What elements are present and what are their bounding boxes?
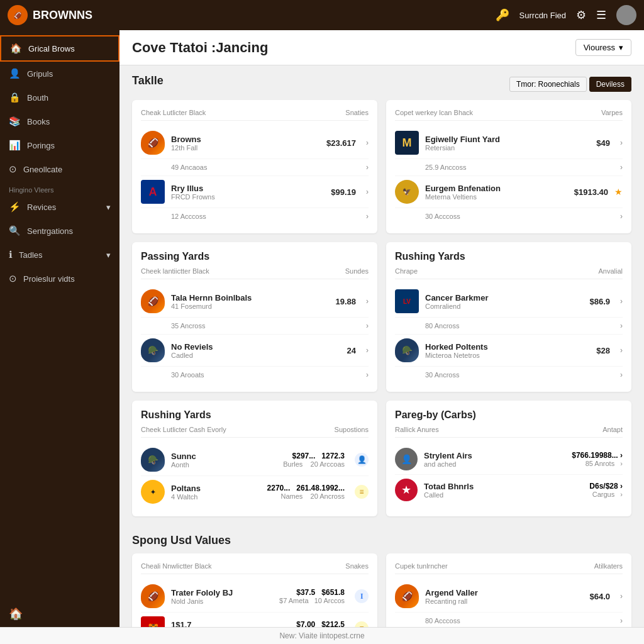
arrow-icon: › — [366, 346, 369, 355]
table-row: 12 Acccoss › — [141, 208, 369, 225]
avatar[interactable] — [616, 5, 636, 25]
key-icon[interactable]: 🔑 — [496, 8, 509, 22]
rushing-yards-right-card: Rushing Yards Chrape Anvalial LV Cancer … — [386, 242, 631, 392]
team-sub: 12th Fall — [171, 144, 320, 152]
table-row[interactable]: 🪖 Horked Poltents Micteroa Netetros $28 … — [395, 335, 623, 367]
table-row[interactable]: ✦ Poltans 4 Waltch 2270... 261.48.1992..… — [141, 476, 369, 508]
avatar: ★ — [395, 479, 418, 501]
menu-icon[interactable]: ☰ — [596, 8, 606, 22]
pareg-title: Pareg-by (Carbs) — [395, 409, 623, 421]
team-logo: 🪖 — [395, 338, 419, 362]
table-row[interactable]: 🏈 Tala Hernn Boinlbals 41 Fosemurd 19.88… — [141, 286, 369, 318]
arrow-icon: › — [620, 163, 623, 172]
passing-title: Passing Yards — [141, 251, 369, 262]
table-row[interactable]: M Egiwelly Fiunt Yard Retersian $49 › — [395, 127, 623, 159]
circle2-icon: ⊙ — [9, 273, 17, 284]
sidebar-item-sentrgations[interactable]: 🔍 Sentrgations — [0, 219, 119, 243]
bolt-icon: ⚡ — [9, 201, 21, 213]
search-icon: 🔍 — [9, 225, 21, 236]
tackle-cards: Cheak Lutlicter Black Snaties 🏈 Browns 1… — [132, 100, 631, 233]
sidebar-item-gripuls[interactable]: 👤 Gripuls — [0, 62, 119, 86]
arrow-icon: › — [366, 370, 369, 379]
team-logo: 🏈 — [395, 584, 419, 608]
sidebar-item-gridal-brows[interactable]: 🏠 Grical Brows — [0, 35, 119, 62]
arrow-icon: › — [620, 138, 623, 147]
sidebar-label: Books — [27, 117, 50, 126]
status-badge: ≡ — [355, 621, 369, 627]
row-value: $1913.40 — [574, 187, 608, 197]
sidebar-label: Gripuls — [27, 69, 53, 79]
arrow-icon: › — [620, 346, 623, 355]
table-row[interactable]: 🏈 Trater Fololy BJ Nold Janis $37.5 $651… — [141, 580, 369, 613]
rushing-left-header: Cheek Lutlicter Cash Evorly Supostions — [141, 426, 369, 438]
sidebar-label: Tadles — [19, 250, 43, 260]
sidebar-bottom-home[interactable]: 🏠 — [0, 601, 119, 627]
tackle-right-card: Copet werkey lcan Bhack Varpes M Egiwell… — [386, 100, 631, 233]
row-value: $99.19 — [331, 187, 356, 197]
circle-icon: ⊙ — [9, 164, 17, 175]
sidebar-item-proieslur-vidts[interactable]: ⊙ Proieslur vidts — [0, 267, 119, 291]
table-row[interactable]: 🪖 Sunnc Aonth $297... 1272.3 Burles 20 A… — [141, 444, 369, 476]
page-title: Cove Ttatoi :Jancing — [132, 40, 268, 56]
table-row[interactable]: LV Cancer Barkmer Comraliend $86.9 › — [395, 286, 623, 318]
sidebar-item-gneollcate[interactable]: ⊙ Gneollcate — [0, 157, 119, 181]
table-row[interactable]: ★ Totad Bhnrls Called D6s/$28 › Cargus › — [395, 475, 623, 505]
app-title: BROWNNS — [33, 9, 92, 22]
tab-tmor[interactable]: Tmor: Roonechials — [509, 77, 587, 92]
passing-yards-card: Passing Yards Cheek lantiictter Black Su… — [132, 242, 377, 392]
arrow-icon: › — [366, 297, 369, 306]
books-icon: 📚 — [9, 116, 21, 127]
sidebar-item-bouth[interactable]: 🔒 Bouth — [0, 86, 119, 109]
arrow-icon: › — [366, 321, 369, 330]
rushing-yards-left-card: Rushing Yards Cheek Lutlicter Cash Evorl… — [132, 401, 377, 516]
team-name: Browns — [171, 135, 320, 144]
sidebar-item-tadles[interactable]: ℹ Tadles — [0, 243, 119, 267]
team-logo: 🪖 — [141, 448, 165, 472]
settings-icon[interactable]: ⚙ — [576, 8, 586, 22]
arrow-icon: › — [366, 138, 369, 147]
table-row: 25.9 Anccoss › — [395, 159, 623, 176]
table-row: 30 Acccoss › — [395, 208, 623, 225]
team-name: Rry Illus — [171, 184, 325, 193]
view-button[interactable]: Viouress ▾ — [575, 39, 631, 56]
tab-deviless[interactable]: Deviless — [589, 77, 631, 92]
tackle-right-header: Copet werkey lcan Bhack Varpes — [395, 109, 623, 121]
tackle-section: Taklle Tmor: Roonechials Deviless Cheak … — [119, 65, 644, 233]
team-name: Egiwelly Fiunt Yard — [425, 135, 590, 144]
table-row[interactable]: 🪖 No Reviels Cadled 24 › — [141, 335, 369, 367]
logo-area: 🏈 BROWNNS — [8, 5, 496, 25]
table-row: 35 Ancross › — [141, 318, 369, 335]
team-sub: FRCD Frowns — [171, 193, 325, 201]
bottom-bar-text: New: Viaite iintopest.crne — [279, 631, 364, 640]
spong-left-card: Cheali Nnwlictter Black Snakes 🏈 Trater … — [132, 553, 377, 627]
user-icon: 👤 — [9, 68, 21, 79]
sidebar-section-label: Hingino Vleers — [0, 181, 119, 195]
table-row[interactable]: 🐯 1$1.7 Totaol Lothe fecure $7.00 $212.5… — [141, 613, 369, 627]
table-row[interactable]: A Rry Illus FRCD Frowns $99.19 › — [141, 176, 369, 208]
table-row[interactable]: 🏈 Argend Valler Recanting rall $64.0 › — [395, 580, 623, 613]
team-logo: 🐯 — [141, 616, 165, 627]
sidebar-item-books[interactable]: 📚 Books — [0, 109, 119, 133]
top-nav-right: 🔑 Surrcdn Fied ⚙ ☰ — [496, 5, 636, 25]
arrow-icon: › — [620, 297, 623, 306]
table-row[interactable]: 🦅 Eurgem Bnfenation Meterna Veltiens $19… — [395, 176, 623, 208]
sidebar-label: Sentrgations — [27, 226, 73, 236]
sidebar-label: Gneollcate — [23, 165, 62, 174]
arrow-icon: › — [366, 187, 369, 196]
bottom-bar: New: Viaite iintopest.crne — [0, 627, 644, 644]
team-logo-icon: 🏈 — [8, 5, 28, 25]
sidebar-item-revices[interactable]: ⚡ Revices — [0, 195, 119, 219]
rushing-right-header: Chrape Anvalial — [395, 267, 623, 279]
chart-icon: 📊 — [9, 140, 21, 151]
team-logo-m: M — [395, 131, 419, 155]
star-icon: ★ — [614, 187, 623, 197]
lock-icon: 🔒 — [9, 92, 21, 103]
table-row: 30 Ancross › — [395, 367, 623, 383]
table-row[interactable]: 👤 Strylent Airs and ached $766.19988... … — [395, 444, 623, 475]
sidebar-item-porings[interactable]: 📊 Porings — [0, 133, 119, 157]
status-badge: 👤 — [355, 453, 369, 467]
team-sub: Meterna Veltiens — [425, 193, 568, 201]
tackle-left-header: Cheak Lutlicter Black Snaties — [141, 109, 369, 121]
table-row[interactable]: 🏈 Browns 12th Fall $23.617 › — [141, 127, 369, 159]
info-icon: ℹ — [9, 249, 13, 260]
